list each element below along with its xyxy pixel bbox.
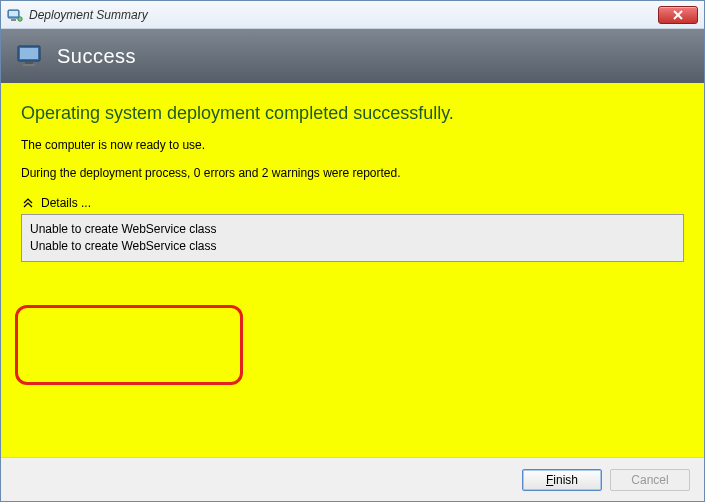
success-banner: Success — [1, 29, 704, 83]
window-title: Deployment Summary — [29, 8, 652, 22]
dialog-window: Deployment Summary Success Operating sys… — [0, 0, 705, 502]
details-label: Details ... — [41, 196, 91, 210]
svg-rect-1 — [9, 11, 18, 16]
app-icon — [7, 7, 23, 23]
dialog-body: Success Operating system deployment comp… — [1, 29, 704, 501]
summary-text: During the deployment process, 0 errors … — [21, 166, 684, 180]
banner-title: Success — [57, 45, 136, 68]
detail-item: Unable to create WebService class — [30, 221, 675, 238]
highlight-annotation — [15, 305, 243, 385]
svg-rect-8 — [25, 62, 33, 64]
monitor-icon — [17, 45, 45, 67]
svg-rect-7 — [20, 48, 38, 59]
dialog-footer: Finish Cancel — [1, 457, 704, 501]
collapse-icon — [21, 196, 35, 210]
details-toggle[interactable]: Details ... — [21, 196, 684, 210]
finish-rest: inish — [553, 473, 578, 487]
details-list: Unable to create WebService class Unable… — [21, 214, 684, 262]
ready-text: The computer is now ready to use. — [21, 138, 684, 152]
close-button[interactable] — [658, 6, 698, 24]
titlebar: Deployment Summary — [1, 1, 704, 29]
svg-point-3 — [18, 16, 22, 20]
heading-text: Operating system deployment completed su… — [21, 103, 684, 124]
svg-rect-9 — [23, 64, 35, 66]
content-panel: Operating system deployment completed su… — [1, 83, 704, 457]
finish-button[interactable]: Finish — [522, 469, 602, 491]
detail-item: Unable to create WebService class — [30, 238, 675, 255]
cancel-button: Cancel — [610, 469, 690, 491]
svg-rect-2 — [11, 19, 16, 21]
